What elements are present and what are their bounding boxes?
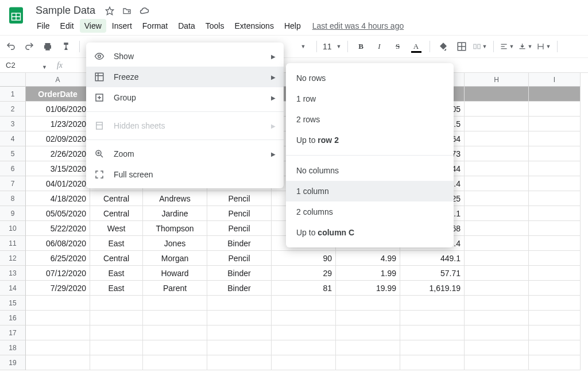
cell[interactable] [207, 326, 272, 340]
cell[interactable]: 4.99 [336, 251, 400, 266]
cell[interactable]: 57.71 [400, 266, 465, 281]
freeze-2-rows[interactable]: 2 rows [286, 109, 454, 130]
row-header[interactable]: 1 [0, 87, 26, 102]
row-header[interactable]: 11 [0, 236, 26, 251]
row-header[interactable]: 3 [0, 117, 26, 131]
cell[interactable] [465, 191, 529, 206]
menu-view[interactable]: View [80, 19, 106, 33]
cell[interactable] [207, 296, 272, 311]
cell[interactable]: Binder [207, 266, 272, 281]
row-header[interactable]: 2 [0, 102, 26, 117]
row-header[interactable]: 16 [0, 311, 26, 326]
col-header[interactable]: A [26, 73, 90, 87]
freeze-no-cols[interactable]: No columns [286, 160, 454, 181]
table-row[interactable]: 1307/12/2020EastHowardBinder291.9957.71 [0, 266, 588, 281]
cell[interactable]: Andrews [143, 191, 207, 206]
row-header[interactable]: 6 [0, 161, 26, 176]
cell[interactable] [529, 266, 581, 281]
cell[interactable]: 6/25/2020 [26, 251, 90, 266]
cell[interactable]: 19.99 [336, 281, 400, 296]
italic-button[interactable]: I [372, 39, 387, 54]
freeze-no-rows[interactable]: No rows [286, 68, 454, 88]
cell[interactable] [143, 326, 207, 340]
cell[interactable] [529, 355, 581, 370]
cell[interactable] [400, 326, 465, 340]
cell[interactable] [26, 296, 90, 311]
bold-button[interactable]: B [354, 39, 369, 54]
cell[interactable] [207, 340, 272, 355]
menu-full-screen[interactable]: Full screen [86, 164, 284, 185]
cell[interactable] [465, 161, 529, 176]
cell[interactable]: Jardine [143, 206, 207, 221]
table-row[interactable]: 15 [0, 296, 588, 311]
cell[interactable] [465, 355, 529, 370]
cell[interactable] [529, 311, 581, 326]
cell[interactable] [400, 355, 465, 370]
freeze-upto-col[interactable]: Up to column C [286, 222, 454, 243]
cell[interactable]: 04/01/2020 [26, 176, 90, 191]
cell[interactable] [143, 355, 207, 370]
table-row[interactable]: 16 [0, 311, 588, 326]
cell[interactable]: Pencil [207, 221, 272, 236]
col-header[interactable]: H [465, 73, 529, 87]
cell[interactable]: OrderDate [26, 87, 90, 102]
cell[interactable] [465, 311, 529, 326]
row-header[interactable]: 19 [0, 355, 26, 370]
text-wrap-button[interactable]: ▼ [536, 39, 551, 54]
cell[interactable] [400, 340, 465, 355]
cell[interactable]: Howard [143, 266, 207, 281]
undo-button[interactable] [3, 39, 18, 54]
cell[interactable]: 1.99 [336, 266, 400, 281]
cell[interactable] [465, 326, 529, 340]
redo-button[interactable] [22, 39, 37, 54]
cell[interactable]: 05/05/2020 [26, 206, 90, 221]
cell[interactable] [529, 191, 581, 206]
strikethrough-button[interactable]: S [390, 39, 405, 54]
cell[interactable] [529, 221, 581, 236]
table-row[interactable]: 19 [0, 355, 588, 370]
vertical-align-button[interactable]: ▼ [518, 39, 533, 54]
menu-group[interactable]: Group ▶ [86, 87, 284, 108]
cell[interactable] [529, 161, 581, 176]
cell[interactable]: Jones [143, 236, 207, 251]
cell[interactable]: 81 [272, 281, 336, 296]
cell[interactable] [336, 296, 400, 311]
cell[interactable]: Thompson [143, 221, 207, 236]
row-header[interactable]: 10 [0, 221, 26, 236]
cell[interactable]: Central [90, 251, 143, 266]
name-box[interactable]: C2 ▼ [0, 61, 52, 69]
cell[interactable]: West [90, 221, 143, 236]
last-edit-link[interactable]: Last edit was 4 hours ago [312, 21, 404, 30]
cell[interactable] [529, 326, 581, 340]
cell[interactable]: East [90, 236, 143, 251]
menu-show[interactable]: Show ▶ [86, 46, 284, 67]
cell[interactable]: Pencil [207, 206, 272, 221]
cell[interactable]: 5/22/2020 [26, 221, 90, 236]
freeze-2-cols[interactable]: 2 columns [286, 202, 454, 222]
move-icon[interactable] [122, 6, 132, 16]
text-color-button[interactable]: A [409, 39, 424, 54]
cell[interactable]: 07/12/2020 [26, 266, 90, 281]
cell[interactable]: East [90, 281, 143, 296]
cell[interactable] [465, 146, 529, 161]
cell[interactable]: East [90, 266, 143, 281]
row-header[interactable]: 17 [0, 326, 26, 340]
cell[interactable] [529, 206, 581, 221]
font-size-selector[interactable]: 11 ▼ [323, 42, 342, 51]
cell[interactable]: Morgan [143, 251, 207, 266]
star-icon[interactable] [105, 6, 115, 16]
cell[interactable] [465, 236, 529, 251]
cell[interactable] [465, 281, 529, 296]
cell[interactable] [465, 296, 529, 311]
cell[interactable]: 90 [272, 251, 336, 266]
menu-help[interactable]: Help [280, 19, 305, 33]
cell[interactable] [529, 131, 581, 146]
sheets-logo[interactable] [5, 3, 28, 26]
menu-data[interactable]: Data [173, 19, 200, 33]
cell[interactable] [465, 221, 529, 236]
row-header[interactable]: 18 [0, 340, 26, 355]
cell[interactable] [272, 296, 336, 311]
cell[interactable]: 4/18/2020 [26, 191, 90, 206]
cell[interactable] [90, 340, 143, 355]
cell[interactable] [90, 296, 143, 311]
